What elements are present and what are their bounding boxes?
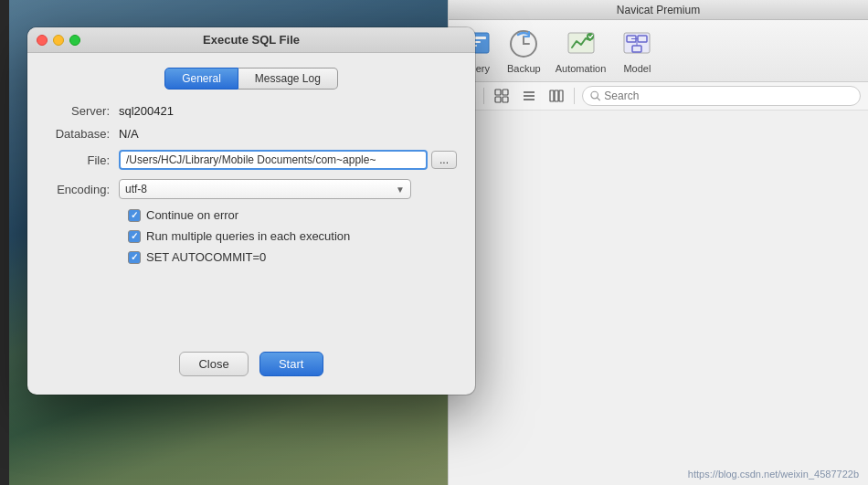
checkmark-icon-3: ✓: [131, 252, 138, 262]
dialog-title: Execute SQL File: [203, 33, 300, 47]
execute-sql-dialog: Execute SQL File General Message Log Ser…: [27, 27, 475, 395]
list-icon[interactable]: [519, 86, 539, 106]
svg-rect-16: [503, 97, 508, 102]
dialog-content: General Message Log Server: sql200421 Da…: [27, 53, 475, 341]
file-row: File: /Users/HCJ/Library/Mobile Document…: [46, 150, 457, 170]
browse-button[interactable]: ...: [431, 151, 457, 169]
separator-1: [483, 88, 484, 104]
svg-rect-21: [555, 90, 558, 101]
toolbar-model[interactable]: Model: [620, 27, 653, 74]
checkmark-icon: ✓: [131, 210, 138, 220]
continue-on-error-row: ✓ Continue on error: [46, 208, 457, 222]
navicat-secondary-bar: ↻: [449, 82, 868, 111]
navicat-titlebar: Navicat Premium: [449, 0, 868, 20]
checkmark-icon-2: ✓: [131, 231, 138, 241]
autocommit-label: SET AUTOCOMMIT=0: [146, 250, 266, 264]
search-box[interactable]: [582, 86, 861, 106]
close-window-button[interactable]: [37, 35, 48, 46]
svg-rect-22: [559, 90, 563, 101]
database-value: N/A: [119, 127, 139, 141]
toolbar-backup[interactable]: Backup: [507, 27, 541, 74]
navicat-toolbar: Query Backup: [449, 20, 868, 82]
window-buttons: [37, 35, 80, 46]
search-input[interactable]: [604, 90, 852, 102]
backup-icon: [507, 27, 540, 60]
autocommit-row: ✓ SET AUTOCOMMIT=0: [46, 250, 457, 264]
encoding-row: Encoding: utf-8 ▼: [46, 179, 457, 199]
server-label: Server:: [46, 104, 119, 118]
toolbar-automation[interactable]: Automation: [556, 27, 607, 74]
run-multiple-checkbox[interactable]: ✓: [128, 230, 141, 243]
separator-2: [574, 88, 575, 104]
tab-message-log[interactable]: Message Log: [238, 68, 338, 90]
svg-rect-14: [503, 90, 508, 95]
tab-bar: General Message Log: [46, 68, 457, 90]
dropdown-arrow-icon: ▼: [396, 185, 405, 195]
encoding-label: Encoding:: [46, 183, 119, 196]
grid-icon[interactable]: [492, 86, 512, 106]
maximize-window-button[interactable]: [69, 35, 80, 46]
dialog-footer: Close Start: [27, 341, 475, 395]
spacer: [46, 271, 457, 326]
svg-rect-20: [550, 90, 554, 101]
autocommit-checkbox[interactable]: ✓: [128, 251, 141, 264]
file-input-wrapper: /Users/HCJ/Library/Mobile Documents/com~…: [119, 150, 457, 170]
continue-on-error-checkbox[interactable]: ✓: [128, 209, 141, 222]
run-multiple-label: Run multiple queries in each execution: [146, 229, 350, 243]
database-row: Database: N/A: [46, 127, 457, 141]
toolbar-model-label: Model: [623, 63, 651, 74]
encoding-value: utf-8: [125, 183, 147, 195]
file-path-display[interactable]: /Users/HCJ/Library/Mobile Documents/com~…: [119, 150, 428, 170]
svg-rect-13: [495, 90, 501, 95]
encoding-select[interactable]: utf-8 ▼: [119, 179, 411, 199]
minimize-window-button[interactable]: [53, 35, 64, 46]
server-row: Server: sql200421: [46, 104, 457, 118]
navicat-title: Navicat Premium: [617, 4, 700, 16]
navicat-panel: Navicat Premium Query: [448, 0, 868, 485]
database-label: Database:: [46, 127, 119, 141]
file-label: File:: [46, 153, 119, 167]
tab-general[interactable]: General: [164, 68, 238, 90]
server-value: sql200421: [119, 104, 174, 118]
model-icon: [620, 27, 653, 60]
start-button[interactable]: Start: [259, 352, 323, 376]
toolbar-automation-label: Automation: [556, 63, 607, 74]
continue-on-error-checkbox-wrapper[interactable]: ✓ Continue on error: [128, 208, 238, 222]
url-display: https://blog.csdn.net/weixin_4587722b: [688, 469, 859, 480]
svg-rect-15: [495, 97, 501, 102]
search-icon: [590, 90, 600, 101]
autocommit-checkbox-wrapper[interactable]: ✓ SET AUTOCOMMIT=0: [128, 250, 266, 264]
close-button[interactable]: Close: [179, 352, 248, 376]
svg-point-6: [587, 33, 594, 40]
automation-icon: [565, 27, 598, 60]
run-multiple-row: ✓ Run multiple queries in each execution: [46, 229, 457, 243]
dialog-titlebar: Execute SQL File: [27, 27, 475, 53]
run-multiple-checkbox-wrapper[interactable]: ✓ Run multiple queries in each execution: [128, 229, 350, 243]
svg-line-24: [598, 98, 600, 100]
columns-icon[interactable]: [546, 86, 566, 106]
continue-on-error-label: Continue on error: [146, 208, 238, 222]
toolbar-backup-label: Backup: [507, 63, 541, 74]
